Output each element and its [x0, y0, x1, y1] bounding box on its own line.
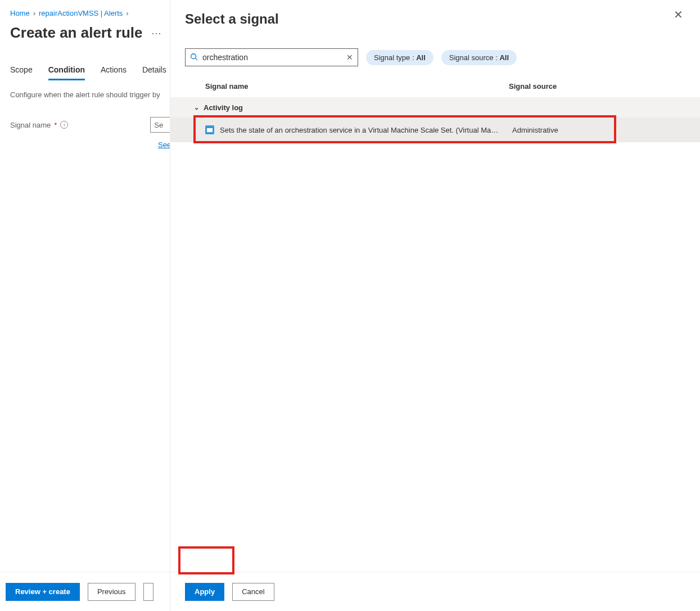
tab-details[interactable]: Details: [142, 65, 166, 80]
col-signal-name: Signal name: [205, 82, 509, 90]
close-icon[interactable]: ✕: [674, 9, 683, 20]
signal-source-value: All: [499, 53, 509, 62]
cancel-button[interactable]: Cancel: [232, 583, 274, 601]
next-button-stub[interactable]: [143, 583, 153, 601]
chevron-down-icon: ⌄: [194, 104, 199, 111]
svg-line-1: [196, 58, 198, 60]
col-signal-source: Signal source: [509, 82, 685, 90]
group-label: Activity log: [204, 103, 243, 112]
more-button[interactable]: ···: [152, 28, 162, 38]
search-input[interactable]: [202, 53, 346, 62]
tab-actions[interactable]: Actions: [101, 65, 127, 80]
group-activity-log[interactable]: ⌄ Activity log: [170, 97, 700, 117]
tab-condition[interactable]: Condition: [48, 65, 85, 80]
signal-type-value: All: [416, 53, 426, 62]
chevron-right-icon: ›: [126, 9, 128, 17]
select-signal-panel: Select a signal ✕ ✕ Signal type : All Si…: [170, 0, 700, 611]
see-all-link[interactable]: See: [158, 141, 171, 149]
apply-button[interactable]: Apply: [185, 583, 224, 601]
signal-source-filter[interactable]: Signal source : All: [441, 50, 517, 65]
signal-row-source: Administrative: [504, 126, 700, 134]
activity-log-icon: [205, 125, 214, 134]
clear-icon[interactable]: ✕: [346, 53, 353, 62]
panel-controls: ✕ Signal type : All Signal source : All: [170, 27, 700, 66]
signal-source-label: Signal source :: [449, 53, 500, 62]
signal-type-label: Signal type :: [374, 53, 416, 62]
grid-header: Signal name Signal source: [170, 66, 700, 97]
svg-point-0: [191, 53, 196, 58]
chevron-right-icon: ›: [33, 9, 35, 17]
signal-row-name: Sets the state of an orchestration servi…: [220, 126, 504, 134]
tab-scope[interactable]: Scope: [10, 65, 33, 80]
panel-header: Select a signal ✕: [170, 0, 700, 27]
signal-row[interactable]: Sets the state of an orchestration servi…: [170, 117, 700, 142]
page-title: Create an alert rule: [10, 24, 143, 42]
search-box[interactable]: ✕: [185, 48, 358, 66]
panel-footer: Apply Cancel: [170, 572, 700, 611]
signal-type-filter[interactable]: Signal type : All: [366, 50, 433, 65]
info-icon[interactable]: i: [60, 121, 68, 129]
breadcrumb-home[interactable]: Home: [10, 9, 30, 17]
panel-title: Select a signal: [185, 11, 279, 27]
signal-name-label: Signal name: [10, 121, 51, 129]
signal-grid: ⌄ Activity log Sets the state of an orch…: [170, 97, 700, 572]
previous-button[interactable]: Previous: [88, 583, 136, 601]
required-indicator: *: [54, 121, 57, 129]
search-icon: [190, 53, 198, 62]
breadcrumb-resource[interactable]: repairActionVMSS | Alerts: [39, 9, 123, 17]
review-create-button[interactable]: Review + create: [6, 583, 80, 601]
